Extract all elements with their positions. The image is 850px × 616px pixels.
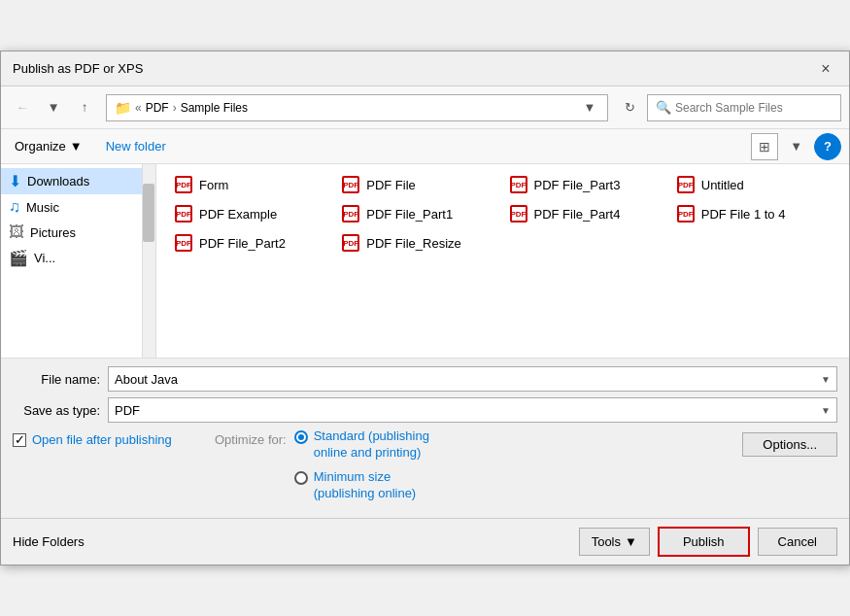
file-item[interactable]: PDF PDF File_Resize: [335, 230, 502, 256]
organize-dropdown-icon: ▼: [70, 139, 83, 154]
file-item[interactable]: PDF Form: [168, 172, 335, 197]
tools-label: Tools: [592, 534, 621, 549]
radio-option-standard: Standard (publishingonline and printing): [294, 428, 429, 462]
save-type-value: PDF: [115, 403, 140, 418]
tools-button[interactable]: Tools ▼: [579, 528, 650, 556]
title-bar: Publish as PDF or XPS ×: [1, 51, 849, 86]
file-name-input[interactable]: ▼: [108, 366, 837, 392]
save-type-dropdown-arrow: ▼: [821, 405, 831, 416]
sidebar-item-music[interactable]: ♫ Music: [1, 194, 155, 220]
publish-dialog: Publish as PDF or XPS × ← ▼ ↑ 📁 « PDF › …: [0, 51, 850, 565]
file-item[interactable]: PDF Untitled: [670, 172, 837, 197]
breadcrumb-pdf: PDF: [146, 101, 169, 115]
file-name: PDF File_Part3: [534, 178, 621, 192]
search-box: 🔍: [647, 94, 841, 121]
video-icon: 🎬: [9, 249, 28, 267]
save-type-label: Save as type:: [13, 403, 100, 418]
file-name: PDF File_Part1: [366, 207, 453, 222]
file-item[interactable]: PDF PDF File_Part2: [168, 230, 335, 256]
help-button[interactable]: ?: [814, 133, 841, 160]
sidebar-item-label: Vi...: [34, 251, 55, 265]
sidebar-item-downloads[interactable]: ⬇ Downloads: [1, 168, 155, 194]
checkbox-area: ✓ Open file after publishing: [13, 432, 207, 447]
breadcrumb[interactable]: 📁 « PDF › Sample Files ▼: [106, 94, 608, 121]
file-item[interactable]: PDF PDF File_Part3: [503, 172, 670, 197]
file-name: PDF Example: [199, 207, 277, 222]
save-type-row: Save as type: PDF ▼: [13, 397, 837, 423]
sidebar: ⬇ Downloads ♫ Music 🖼 Pictures 🎬 Vi...: [1, 164, 156, 358]
scrollbar-thumb[interactable]: [143, 184, 154, 242]
tools-dropdown-icon: ▼: [625, 534, 637, 549]
save-type-input[interactable]: PDF ▼: [108, 397, 837, 423]
breadcrumb-sep1: «: [135, 101, 142, 115]
file-name-row: File name: ▼: [13, 366, 837, 392]
new-folder-button[interactable]: New folder: [100, 137, 172, 155]
organize-label: Organize: [15, 139, 66, 154]
options-row: ✓ Open file after publishing Optimize fo…: [13, 428, 837, 502]
view-button[interactable]: ⊞: [751, 133, 778, 160]
file-name: Form: [199, 178, 228, 192]
open-file-checkbox[interactable]: ✓: [13, 433, 26, 447]
radio-standard-label[interactable]: Standard (publishingonline and printing): [314, 428, 429, 462]
file-item[interactable]: PDF PDF File_Part1: [335, 201, 502, 226]
radio-standard[interactable]: [294, 430, 308, 444]
checkbox-label[interactable]: Open file after publishing: [32, 432, 172, 447]
file-name-dropdown-arrow: ▼: [821, 374, 831, 385]
organize-button[interactable]: Organize ▼: [9, 137, 88, 155]
scrollbar-track[interactable]: [142, 164, 155, 358]
file-item[interactable]: PDF PDF File_Part4: [503, 201, 670, 226]
dropdown-nav-button[interactable]: ▼: [40, 94, 67, 121]
radio-option-minimum: Minimum size(publishing online): [294, 469, 429, 502]
close-button[interactable]: ×: [814, 57, 837, 81]
file-name-label: File name:: [13, 372, 100, 387]
main-content: ⬇ Downloads ♫ Music 🖼 Pictures 🎬 Vi...: [1, 164, 849, 359]
refresh-button[interactable]: ↻: [616, 94, 643, 121]
sidebar-list: ⬇ Downloads ♫ Music 🖼 Pictures 🎬 Vi...: [1, 164, 155, 275]
search-icon: 🔍: [656, 100, 671, 115]
bottom-section: File name: ▼ Save as type: PDF ▼ ✓ Open …: [1, 359, 849, 518]
breadcrumb-sample-files: Sample Files: [181, 101, 248, 115]
file-item[interactable]: PDF PDF File: [335, 172, 502, 197]
radio-minimum[interactable]: [294, 471, 308, 485]
radio-minimum-label[interactable]: Minimum size(publishing online): [314, 469, 417, 502]
optimize-label: Optimize for:: [215, 432, 287, 447]
downloads-icon: ⬇: [9, 172, 21, 190]
file-name: PDF File: [366, 178, 416, 192]
footer: Hide Folders Tools ▼ Publish Cancel: [1, 518, 849, 565]
toolbar: Organize ▼ New folder ⊞ ▼ ?: [1, 129, 849, 164]
radio-options: Standard (publishingonline and printing)…: [294, 428, 429, 502]
cancel-button[interactable]: Cancel: [758, 528, 837, 556]
file-item[interactable]: PDF PDF File 1 to 4: [670, 201, 837, 226]
up-button[interactable]: ↑: [71, 94, 98, 121]
sidebar-item-pictures[interactable]: 🖼 Pictures: [1, 220, 155, 245]
sidebar-item-label: Pictures: [30, 225, 76, 240]
file-item[interactable]: PDF PDF Example: [168, 201, 335, 226]
view-dropdown-icon[interactable]: ▼: [790, 139, 802, 154]
search-input[interactable]: [675, 101, 833, 115]
file-name-field[interactable]: [115, 372, 821, 387]
file-name: PDF File_Part2: [199, 236, 286, 251]
hide-folders-button[interactable]: Hide Folders: [13, 534, 85, 549]
file-name: Untitled: [701, 178, 744, 192]
sidebar-item-label: Music: [26, 200, 59, 215]
file-name: PDF File_Resize: [366, 236, 461, 251]
file-name: PDF File_Part4: [534, 207, 621, 222]
optimize-area: Optimize for: Standard (publishingonline…: [215, 428, 523, 502]
nav-bar: ← ▼ ↑ 📁 « PDF › Sample Files ▼ ↻ 🔍: [1, 86, 849, 129]
pictures-icon: 🖼: [9, 223, 24, 241]
breadcrumb-dropdown-button[interactable]: ▼: [580, 98, 599, 118]
back-button[interactable]: ←: [9, 94, 36, 121]
sidebar-item-video[interactable]: 🎬 Vi...: [1, 245, 155, 271]
publish-button[interactable]: Publish: [658, 527, 750, 557]
breadcrumb-arrow: ›: [173, 101, 177, 115]
file-name: PDF File 1 to 4: [701, 207, 786, 222]
folder-icon: 📁: [115, 100, 131, 116]
file-area: PDF Form PDF PDF File PDF PDF File_Part3…: [156, 164, 849, 358]
music-icon: ♫: [9, 198, 20, 216]
options-button[interactable]: Options...: [742, 432, 837, 457]
sidebar-item-label: Downloads: [27, 174, 89, 188]
dialog-title: Publish as PDF or XPS: [13, 61, 143, 76]
